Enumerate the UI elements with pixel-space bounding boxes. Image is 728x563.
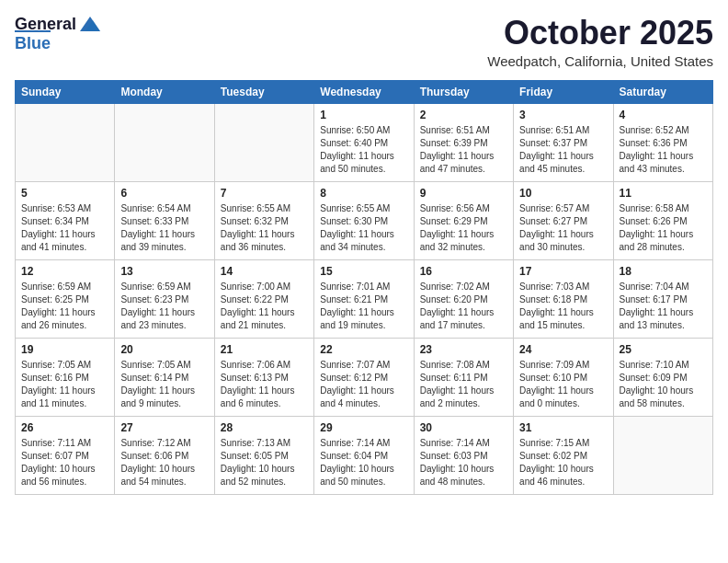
week-row: 19Sunrise: 7:05 AMSunset: 6:16 PMDayligh… <box>16 338 713 416</box>
day-of-week-header: Wednesday <box>314 80 414 103</box>
calendar-header-row: SundayMondayTuesdayWednesdayThursdayFrid… <box>16 80 713 103</box>
day-info: Sunrise: 7:00 AMSunset: 6:22 PMDaylight:… <box>221 281 308 332</box>
day-number: 29 <box>320 421 407 434</box>
day-info: Sunrise: 6:51 AMSunset: 6:37 PMDaylight:… <box>519 124 607 176</box>
day-info: Sunrise: 6:55 AMSunset: 6:32 PMDaylight:… <box>221 202 308 254</box>
calendar-cell: 2Sunrise: 6:51 AMSunset: 6:39 PMDaylight… <box>414 103 513 181</box>
calendar-cell: 27Sunrise: 7:12 AMSunset: 6:06 PMDayligh… <box>115 416 214 494</box>
calendar-cell: 24Sunrise: 7:09 AMSunset: 6:10 PMDayligh… <box>514 338 613 416</box>
calendar-cell: 12Sunrise: 6:59 AMSunset: 6:25 PMDayligh… <box>16 259 115 338</box>
day-of-week-header: Sunday <box>16 80 115 103</box>
day-info: Sunrise: 7:02 AMSunset: 6:20 PMDaylight:… <box>420 281 507 332</box>
day-of-week-header: Monday <box>115 80 214 103</box>
day-info: Sunrise: 6:50 AMSunset: 6:40 PMDaylight:… <box>320 124 407 176</box>
day-info: Sunrise: 6:54 AMSunset: 6:33 PMDaylight:… <box>120 202 208 254</box>
day-info: Sunrise: 7:07 AMSunset: 6:12 PMDaylight:… <box>320 359 407 410</box>
calendar-cell: 8Sunrise: 6:55 AMSunset: 6:30 PMDaylight… <box>314 181 414 259</box>
calendar-cell: 11Sunrise: 6:58 AMSunset: 6:26 PMDayligh… <box>613 181 712 259</box>
calendar-cell: 31Sunrise: 7:15 AMSunset: 6:02 PMDayligh… <box>514 416 613 494</box>
day-number: 30 <box>420 421 507 434</box>
day-number: 16 <box>420 265 507 278</box>
day-of-week-header: Saturday <box>613 80 712 103</box>
calendar-cell: 13Sunrise: 6:59 AMSunset: 6:23 PMDayligh… <box>115 259 214 338</box>
day-info: Sunrise: 7:04 AMSunset: 6:17 PMDaylight:… <box>620 281 707 332</box>
day-info: Sunrise: 7:10 AMSunset: 6:09 PMDaylight:… <box>620 359 707 410</box>
day-number: 9 <box>420 187 507 200</box>
day-number: 7 <box>221 187 308 200</box>
day-number: 14 <box>221 265 308 278</box>
day-info: Sunrise: 6:53 AMSunset: 6:34 PMDaylight:… <box>21 202 108 254</box>
logo-blue-text: Blue <box>15 30 51 53</box>
logo-icon <box>80 17 100 31</box>
day-info: Sunrise: 6:59 AMSunset: 6:23 PMDaylight:… <box>120 281 208 332</box>
day-number: 1 <box>320 109 407 121</box>
calendar-cell: 1Sunrise: 6:50 AMSunset: 6:40 PMDaylight… <box>314 103 414 181</box>
day-of-week-header: Tuesday <box>214 80 313 103</box>
day-number: 27 <box>120 421 208 434</box>
calendar-cell: 20Sunrise: 7:05 AMSunset: 6:14 PMDayligh… <box>115 338 214 416</box>
calendar-cell: 16Sunrise: 7:02 AMSunset: 6:20 PMDayligh… <box>414 259 513 338</box>
day-number: 19 <box>21 343 108 356</box>
day-info: Sunrise: 6:51 AMSunset: 6:39 PMDaylight:… <box>420 124 507 176</box>
day-number: 17 <box>519 265 607 278</box>
calendar-cell: 14Sunrise: 7:00 AMSunset: 6:22 PMDayligh… <box>214 259 313 338</box>
month-title: October 2025 <box>487 15 713 52</box>
day-info: Sunrise: 7:13 AMSunset: 6:05 PMDaylight:… <box>221 437 308 488</box>
day-info: Sunrise: 7:01 AMSunset: 6:21 PMDaylight:… <box>320 281 407 332</box>
calendar-cell <box>115 103 214 181</box>
day-info: Sunrise: 6:58 AMSunset: 6:26 PMDaylight:… <box>620 202 707 254</box>
day-number: 15 <box>320 265 407 278</box>
calendar-cell: 19Sunrise: 7:05 AMSunset: 6:16 PMDayligh… <box>16 338 115 416</box>
calendar-cell: 9Sunrise: 6:56 AMSunset: 6:29 PMDaylight… <box>414 181 513 259</box>
calendar-cell: 28Sunrise: 7:13 AMSunset: 6:05 PMDayligh… <box>214 416 313 494</box>
day-number: 11 <box>620 187 707 200</box>
day-info: Sunrise: 7:14 AMSunset: 6:04 PMDaylight:… <box>320 437 407 488</box>
day-number: 12 <box>21 265 108 278</box>
title-block: October 2025 Weedpatch, California, Unit… <box>487 15 713 69</box>
day-info: Sunrise: 7:06 AMSunset: 6:13 PMDaylight:… <box>221 359 308 410</box>
day-number: 3 <box>519 109 607 121</box>
day-info: Sunrise: 7:05 AMSunset: 6:14 PMDaylight:… <box>120 359 208 410</box>
day-number: 18 <box>620 265 707 278</box>
calendar-cell: 3Sunrise: 6:51 AMSunset: 6:37 PMDaylight… <box>514 103 613 181</box>
day-number: 10 <box>519 187 607 200</box>
week-row: 12Sunrise: 6:59 AMSunset: 6:25 PMDayligh… <box>16 259 713 338</box>
location-title: Weedpatch, California, United States <box>487 53 713 69</box>
day-info: Sunrise: 7:11 AMSunset: 6:07 PMDaylight:… <box>21 437 108 488</box>
day-info: Sunrise: 6:55 AMSunset: 6:30 PMDaylight:… <box>320 202 407 254</box>
day-of-week-header: Thursday <box>414 80 513 103</box>
day-number: 5 <box>21 187 108 200</box>
calendar-cell: 18Sunrise: 7:04 AMSunset: 6:17 PMDayligh… <box>613 259 712 338</box>
day-info: Sunrise: 7:14 AMSunset: 6:03 PMDaylight:… <box>420 437 507 488</box>
day-number: 22 <box>320 343 407 356</box>
calendar-cell: 25Sunrise: 7:10 AMSunset: 6:09 PMDayligh… <box>613 338 712 416</box>
day-info: Sunrise: 7:03 AMSunset: 6:18 PMDaylight:… <box>519 281 607 332</box>
day-number: 26 <box>21 421 108 434</box>
day-info: Sunrise: 7:15 AMSunset: 6:02 PMDaylight:… <box>519 437 607 488</box>
calendar-cell: 15Sunrise: 7:01 AMSunset: 6:21 PMDayligh… <box>314 259 414 338</box>
day-number: 28 <box>221 421 308 434</box>
day-info: Sunrise: 7:12 AMSunset: 6:06 PMDaylight:… <box>120 437 208 488</box>
calendar-cell: 22Sunrise: 7:07 AMSunset: 6:12 PMDayligh… <box>314 338 414 416</box>
logo: General Blue <box>15 15 100 53</box>
calendar-cell <box>613 416 712 494</box>
day-number: 20 <box>120 343 208 356</box>
day-number: 23 <box>420 343 507 356</box>
week-row: 5Sunrise: 6:53 AMSunset: 6:34 PMDaylight… <box>16 181 713 259</box>
day-number: 31 <box>519 421 607 434</box>
calendar-cell: 30Sunrise: 7:14 AMSunset: 6:03 PMDayligh… <box>414 416 513 494</box>
day-number: 2 <box>420 109 507 121</box>
calendar-cell: 17Sunrise: 7:03 AMSunset: 6:18 PMDayligh… <box>514 259 613 338</box>
week-row: 1Sunrise: 6:50 AMSunset: 6:40 PMDaylight… <box>16 103 713 181</box>
day-number: 13 <box>120 265 208 278</box>
calendar-cell: 26Sunrise: 7:11 AMSunset: 6:07 PMDayligh… <box>16 416 115 494</box>
day-info: Sunrise: 6:59 AMSunset: 6:25 PMDaylight:… <box>21 281 108 332</box>
calendar-cell <box>16 103 115 181</box>
calendar-cell: 23Sunrise: 7:08 AMSunset: 6:11 PMDayligh… <box>414 338 513 416</box>
day-number: 25 <box>620 343 707 356</box>
day-number: 8 <box>320 187 407 200</box>
calendar-cell: 10Sunrise: 6:57 AMSunset: 6:27 PMDayligh… <box>514 181 613 259</box>
day-info: Sunrise: 7:05 AMSunset: 6:16 PMDaylight:… <box>21 359 108 410</box>
page-header: General Blue October 2025 Weedpatch, Cal… <box>15 15 713 69</box>
calendar-cell: 4Sunrise: 6:52 AMSunset: 6:36 PMDaylight… <box>613 103 712 181</box>
